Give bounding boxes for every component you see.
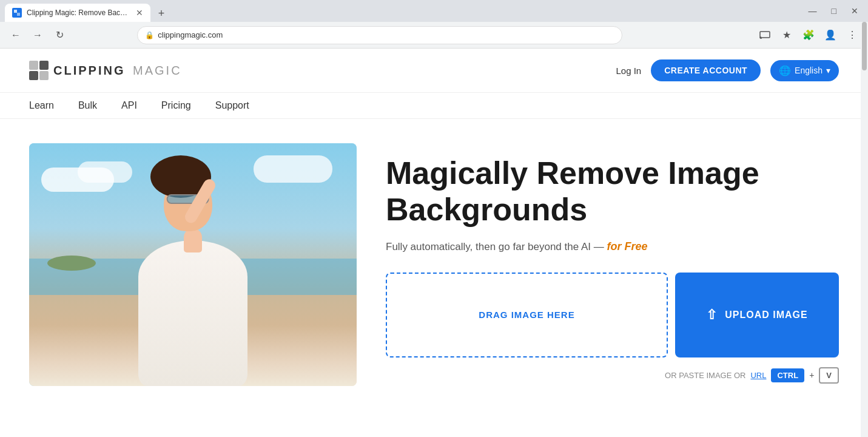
language-selector[interactable]: 🌐 English ▾ bbox=[770, 60, 839, 81]
logo-text: CLIPPING MAGIC bbox=[53, 64, 182, 78]
site-nav: Learn Bulk API Pricing Support bbox=[0, 93, 868, 119]
cast-button[interactable] bbox=[756, 27, 773, 44]
tab-bar: Clipping Magic: Remove Backg… ✕ + bbox=[5, 0, 170, 22]
hero-title: Magically Remove Image Backgrounds bbox=[386, 155, 839, 228]
logo-sq-br bbox=[39, 71, 49, 80]
drag-drop-label: DRAG IMAGE HERE bbox=[479, 310, 574, 320]
tab-close-button[interactable]: ✕ bbox=[136, 8, 143, 18]
v-key-badge: V bbox=[819, 367, 839, 384]
drag-drop-zone[interactable]: DRAG IMAGE HERE bbox=[386, 273, 668, 357]
ctrl-key-badge: CTRL bbox=[771, 368, 804, 382]
upload-label: UPLOAD IMAGE bbox=[725, 310, 807, 320]
active-tab[interactable]: Clipping Magic: Remove Backg… ✕ bbox=[5, 4, 150, 22]
extensions-button[interactable]: 🧩 bbox=[800, 27, 817, 44]
browser-chrome: Clipping Magic: Remove Backg… ✕ + — □ ✕ bbox=[0, 0, 868, 22]
site-header: CLIPPING MAGIC Log In CREATE ACCOUNT 🌐 E… bbox=[0, 49, 868, 93]
maximize-button[interactable]: □ bbox=[827, 4, 841, 18]
login-link[interactable]: Log In bbox=[616, 66, 641, 76]
logo-text-bold: CLIPPING bbox=[53, 64, 125, 77]
svg-rect-0 bbox=[14, 10, 17, 13]
logo[interactable]: CLIPPING MAGIC bbox=[29, 61, 182, 80]
back-button[interactable]: ← bbox=[7, 27, 24, 44]
tab-favicon bbox=[12, 8, 22, 18]
chevron-down-icon: ▾ bbox=[826, 66, 830, 75]
browser-actions: ★ 🧩 👤 ⋮ bbox=[756, 27, 861, 44]
nav-item-api[interactable]: API bbox=[121, 100, 137, 111]
paste-prefix-text: OR PASTE IMAGE OR bbox=[665, 371, 745, 380]
hero-subtitle: Fully automatically, then go far beyond … bbox=[386, 240, 839, 253]
header-actions: Log In CREATE ACCOUNT 🌐 English ▾ bbox=[616, 59, 839, 81]
tab-title: Clipping Magic: Remove Backg… bbox=[27, 8, 131, 17]
hero-content: Magically Remove Image Backgrounds Fully… bbox=[386, 143, 839, 384]
language-label: English bbox=[795, 66, 823, 75]
svg-rect-1 bbox=[17, 13, 20, 16]
logo-sq-bl bbox=[29, 71, 38, 80]
nav-item-support[interactable]: Support bbox=[215, 100, 249, 111]
profile-button[interactable]: 👤 bbox=[822, 27, 839, 44]
plus-sign: + bbox=[809, 370, 814, 380]
address-bar-row: ← → ↻ 🔒 clippingmagic.com ★ 🧩 👤 ⋮ bbox=[0, 22, 868, 49]
create-account-button[interactable]: CREATE ACCOUNT bbox=[651, 59, 761, 81]
page-content: CLIPPING MAGIC Log In CREATE ACCOUNT 🌐 E… bbox=[0, 49, 868, 410]
paste-url-link[interactable]: URL bbox=[750, 371, 766, 380]
nav-item-pricing[interactable]: Pricing bbox=[161, 100, 191, 111]
hero-image bbox=[29, 143, 357, 386]
nav-item-learn[interactable]: Learn bbox=[29, 100, 54, 111]
minimize-button[interactable]: — bbox=[804, 4, 822, 18]
refresh-button[interactable]: ↻ bbox=[51, 27, 68, 44]
upload-icon: ⇧ bbox=[706, 307, 718, 323]
upload-area: DRAG IMAGE HERE ⇧ UPLOAD IMAGE bbox=[386, 273, 839, 357]
address-bar[interactable]: 🔒 clippingmagic.com bbox=[137, 26, 622, 44]
logo-sq-tl bbox=[29, 61, 38, 70]
scrollbar[interactable] bbox=[861, 22, 868, 437]
paste-area: OR PASTE IMAGE OR URL CTRL + V bbox=[386, 367, 839, 384]
hero-subtitle-highlight: for Free bbox=[607, 240, 647, 252]
logo-sq-tr bbox=[39, 61, 49, 70]
close-button[interactable]: ✕ bbox=[846, 4, 863, 18]
url-text: clippingmagic.com bbox=[158, 30, 223, 39]
globe-icon: 🌐 bbox=[779, 65, 791, 76]
forward-button[interactable]: → bbox=[29, 27, 46, 44]
menu-button[interactable]: ⋮ bbox=[844, 27, 861, 44]
svg-rect-2 bbox=[760, 32, 770, 38]
nav-item-bulk[interactable]: Bulk bbox=[78, 100, 97, 111]
logo-icon bbox=[29, 61, 49, 80]
hero-subtitle-text: Fully automatically, then go far beyond … bbox=[386, 241, 607, 252]
upload-image-button[interactable]: ⇧ UPLOAD IMAGE bbox=[675, 273, 839, 357]
hero-section: Magically Remove Image Backgrounds Fully… bbox=[0, 119, 868, 410]
lock-icon: 🔒 bbox=[145, 31, 154, 39]
new-tab-button[interactable]: + bbox=[153, 5, 170, 22]
logo-text-light: MAGIC bbox=[133, 64, 182, 77]
scrollbar-thumb[interactable] bbox=[862, 22, 867, 70]
bookmark-button[interactable]: ★ bbox=[778, 27, 795, 44]
window-controls: — □ ✕ bbox=[804, 4, 863, 18]
